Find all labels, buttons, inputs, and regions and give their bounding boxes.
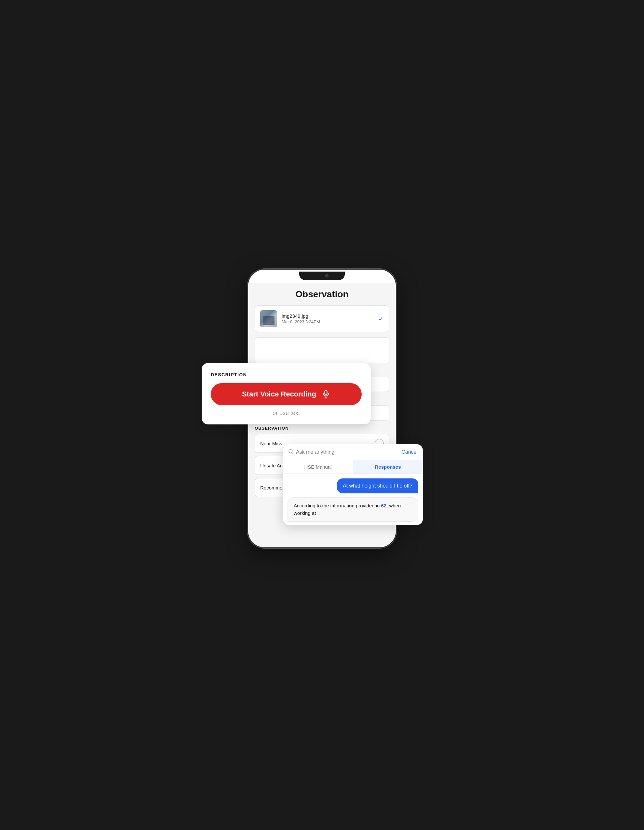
- phone-notch-bar: [248, 269, 396, 283]
- attachment-checkmark: ✓: [378, 315, 384, 323]
- ai-response-text-before: According to the information provided in: [294, 503, 381, 508]
- description-section-label: DESCRIPTION: [211, 372, 362, 377]
- attachment-thumbnail: [260, 310, 277, 327]
- attachment-date: Mar 8, 2023 3:24PM: [282, 319, 374, 324]
- description-card: DESCRIPTION Start Voice Recording or use…: [201, 363, 371, 425]
- phone-notch: [299, 272, 345, 280]
- ai-response-highlight: 62: [381, 503, 386, 508]
- ai-tabs: HSE Manual Responses: [283, 460, 423, 474]
- ai-user-message: At what height should I tie off?: [337, 478, 418, 493]
- attachment-filename: img2349.jpg: [282, 313, 374, 319]
- tab-responses[interactable]: Responses: [353, 460, 423, 474]
- start-voice-recording-button[interactable]: Start Voice Recording: [211, 383, 362, 405]
- svg-line-4: [292, 452, 293, 453]
- obs-item-label: Unsafe Act: [260, 463, 284, 468]
- attachment-info: img2349.jpg Mar 8, 2023 3:24PM: [282, 313, 374, 324]
- tab-hse-manual[interactable]: HSE Manual: [283, 460, 353, 474]
- page-title: Observation: [255, 289, 389, 299]
- description-textarea[interactable]: [255, 337, 389, 363]
- voice-btn-text: Start Voice Recording: [242, 390, 316, 398]
- or-use-text-label: or use text: [211, 410, 362, 417]
- attachment-card[interactable]: img2349.jpg Mar 8, 2023 3:24PM ✓: [255, 306, 389, 332]
- ai-chat-panel: Cancel HSE Manual Responses At what heig…: [283, 444, 423, 525]
- ai-response-message: According to the information provided in…: [287, 497, 418, 522]
- ai-messages: At what height should I tie off? Accordi…: [283, 474, 423, 525]
- search-icon: [288, 449, 293, 455]
- obs-item-label: Near Miss: [260, 441, 282, 446]
- ai-search-input[interactable]: [296, 449, 399, 455]
- ai-cancel-button[interactable]: Cancel: [401, 449, 418, 455]
- svg-rect-0: [325, 390, 327, 395]
- notch-camera: [325, 274, 328, 277]
- scene-container: Observation img2349.jpg Mar 8, 2023 3:24…: [211, 269, 433, 561]
- ai-search-bar: Cancel: [283, 444, 423, 460]
- mic-icon: [321, 390, 330, 399]
- observation-label: OBSERVATION: [255, 426, 389, 431]
